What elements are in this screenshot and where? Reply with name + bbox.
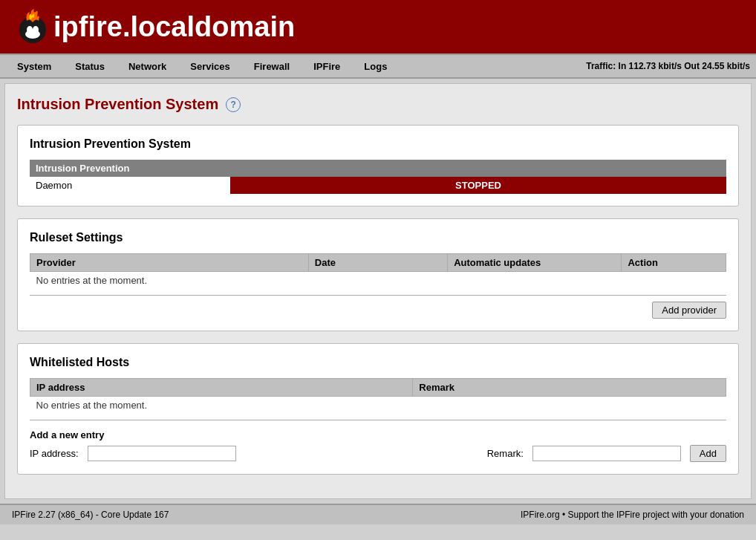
footer-right: IPFire.org • Support the IPFire project … [521, 510, 744, 520]
add-entry-title: Add a new entry [30, 429, 726, 440]
remark-label: Remark: [487, 448, 524, 459]
add-provider-button[interactable]: Add provider [652, 302, 726, 319]
ips-table-header: Intrusion Prevention [30, 160, 230, 177]
nav-services[interactable]: Services [179, 56, 241, 77]
add-entry-section: Add a new entry IP address: Remark: Add [30, 429, 726, 462]
ruleset-col-action: Action [622, 254, 726, 272]
ips-section: Intrusion Prevention System Intrusion Pr… [17, 125, 739, 206]
whitelist-col-remark: Remark [413, 379, 726, 397]
ruleset-section: Ruleset Settings Provider Date Automatic… [17, 218, 739, 331]
ruleset-col-date: Date [308, 254, 447, 272]
footer-left: IPFire 2.27 (x86_64) - Core Update 167 [12, 510, 169, 520]
add-entry-row: IP address: Remark: Add [30, 445, 726, 462]
ip-address-label: IP address: [30, 448, 79, 459]
footer: IPFire 2.27 (x86_64) - Core Update 167 I… [0, 504, 756, 524]
main-content: Intrusion Prevention System ? Intrusion … [4, 83, 752, 499]
navbar: System Status Network Services Firewall … [0, 53, 756, 79]
help-icon[interactable]: ? [226, 97, 241, 112]
ip-address-input[interactable] [88, 446, 236, 461]
whitelist-no-entries: No entries at the moment. [30, 397, 726, 414]
ruleset-divider [30, 295, 726, 296]
svg-point-2 [27, 26, 33, 33]
daemon-status: STOPPED [230, 177, 726, 194]
ruleset-col-auto-updates: Automatic updates [448, 254, 622, 272]
nav-ipfire[interactable]: IPFire [302, 56, 351, 77]
ipfire-logo [12, 6, 53, 48]
ips-section-title: Intrusion Prevention System [30, 137, 726, 151]
ips-status-table: Intrusion Prevention Daemon STOPPED [30, 160, 726, 194]
daemon-label: Daemon [30, 177, 230, 194]
nav-links: System Status Network Services Firewall … [6, 56, 586, 77]
add-entry-button[interactable]: Add [690, 445, 726, 462]
whitelist-no-entries-row: No entries at the moment. [30, 397, 726, 414]
svg-point-3 [33, 26, 39, 33]
page-title-area: Intrusion Prevention System ? [17, 96, 739, 113]
ruleset-no-entries-row: No entries at the moment. [30, 272, 726, 290]
ruleset-table: Provider Date Automatic updates Action N… [30, 253, 726, 289]
nav-status[interactable]: Status [64, 56, 116, 77]
ips-table-header-empty [230, 160, 726, 177]
nav-logs[interactable]: Logs [353, 56, 398, 77]
nav-network[interactable]: Network [117, 56, 177, 77]
whitelist-section-title: Whitelisted Hosts [30, 356, 726, 369]
page-title: Intrusion Prevention System [17, 96, 218, 113]
whitelist-col-ip: IP address [30, 379, 413, 397]
site-title: ipfire.localdomain [53, 11, 295, 43]
traffic-info: Traffic: In 112.73 kbit/s Out 24.55 kbit… [586, 61, 750, 71]
whitelist-section: Whitelisted Hosts IP address Remark No e… [17, 343, 739, 475]
header: ipfire.localdomain [0, 0, 756, 53]
ips-daemon-row: Daemon STOPPED [30, 177, 726, 194]
ruleset-col-provider: Provider [30, 254, 309, 272]
whitelist-table: IP address Remark No entries at the mome… [30, 378, 726, 414]
ruleset-section-title: Ruleset Settings [30, 231, 726, 244]
nav-firewall[interactable]: Firewall [243, 56, 301, 77]
nav-system[interactable]: System [6, 56, 62, 77]
whitelist-divider [30, 420, 726, 420]
ruleset-no-entries: No entries at the moment. [30, 272, 726, 290]
remark-input[interactable] [532, 446, 681, 461]
add-provider-row: Add provider [30, 302, 726, 319]
